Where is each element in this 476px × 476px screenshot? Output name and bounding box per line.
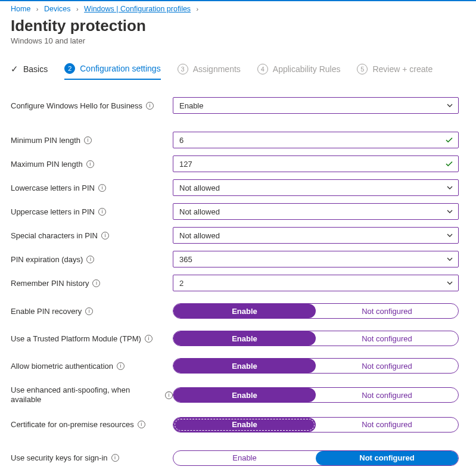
label-configure-whfb: Configure Windows Hello for Business (11, 101, 142, 110)
info-icon[interactable]: i (84, 136, 92, 144)
info-icon[interactable]: i (138, 421, 145, 428)
checkmark-icon (445, 136, 453, 146)
select-history[interactable]: 2 (173, 275, 459, 291)
label-expiration: PIN expiration (days) (11, 255, 83, 264)
info-icon[interactable]: i (92, 279, 100, 287)
checkmark-icon (445, 160, 453, 170)
toggle-security-keys[interactable]: Enable Not configured (173, 450, 459, 466)
toggle-option-not-configured[interactable]: Not configured (316, 451, 458, 465)
tab-configuration-settings[interactable]: 2 Configuration settings (64, 63, 160, 80)
info-icon[interactable]: i (117, 362, 125, 370)
toggle-tpm[interactable]: Enable Not configured (173, 331, 459, 346)
info-icon[interactable]: i (111, 454, 119, 462)
label-min-pin: Minimum PIN length (11, 136, 80, 145)
select-configure-whfb[interactable]: Enable (173, 97, 459, 114)
breadcrumb-devices[interactable]: Devices (44, 5, 70, 13)
settings-form: Configure Windows Hello for Business i E… (11, 94, 465, 469)
breadcrumb: Home › Devices › Windows | Configuration… (11, 0, 465, 13)
input-min-pin[interactable]: 6 (173, 132, 459, 148)
label-security-keys: Use security keys for sign-in (11, 453, 108, 462)
step-number-icon: 4 (257, 64, 268, 74)
info-icon[interactable]: i (86, 160, 94, 168)
toggle-anti-spoofing[interactable]: Enable Not configured (173, 387, 459, 403)
tab-applicability-rules[interactable]: 4 Applicability Rules (257, 64, 341, 79)
toggle-option-enable[interactable]: Enable (173, 331, 316, 346)
label-max-pin: Maximum PIN length (11, 160, 83, 169)
info-icon[interactable]: i (86, 256, 94, 263)
select-value: 2 (179, 279, 183, 288)
step-number-icon: 5 (357, 64, 368, 74)
label-anti-spoofing: Use enhanced anti-spoofing, when availab… (11, 385, 161, 405)
toggle-pin-recovery[interactable]: Enable Not configured (173, 303, 459, 319)
tab-label: Configuration settings (80, 64, 160, 73)
label-cert: Certificate for on-premise resources (11, 420, 134, 429)
select-value: Not allowed (179, 231, 220, 240)
info-icon[interactable]: i (145, 335, 153, 343)
step-number-icon: 3 (178, 64, 188, 74)
toggle-option-not-configured[interactable]: Not configured (316, 304, 458, 318)
chevron-right-icon: › (197, 5, 199, 13)
chevron-down-icon (446, 208, 453, 215)
info-icon[interactable]: i (165, 391, 173, 399)
toggle-option-enable[interactable]: Enable (173, 304, 316, 318)
chevron-right-icon: › (36, 5, 39, 13)
toggle-option-enable[interactable]: Enable (173, 418, 316, 432)
input-max-pin[interactable]: 127 (173, 155, 459, 172)
toggle-option-not-configured[interactable]: Not configured (316, 388, 458, 402)
label-special: Special characters in PIN (11, 231, 98, 240)
page-subtitle: Windows 10 and later (11, 36, 465, 45)
tab-basics[interactable]: ✓ Basics (11, 64, 48, 79)
info-icon[interactable]: i (98, 184, 106, 192)
toggle-option-not-configured[interactable]: Not configured (316, 418, 458, 432)
toggle-biometric[interactable]: Enable Not configured (173, 358, 459, 374)
breadcrumb-configprofiles[interactable]: Windows | Configuration profiles (84, 5, 191, 13)
check-icon: ✓ (11, 64, 18, 74)
toggle-option-enable[interactable]: Enable (173, 388, 316, 402)
select-value: Not allowed (179, 183, 220, 192)
select-special[interactable]: Not allowed (173, 227, 459, 244)
label-uppercase: Uppercase letters in PIN (11, 207, 95, 216)
tab-label: Basics (23, 64, 48, 74)
tab-label: Review + create (372, 64, 433, 74)
wizard-tabs: ✓ Basics 2 Configuration settings 3 Assi… (11, 63, 465, 80)
select-value: 365 (179, 255, 192, 264)
input-value: 6 (179, 136, 183, 145)
label-tpm: Use a Trusted Platform Module (TPM) (11, 334, 141, 343)
tab-label: Applicability Rules (273, 64, 341, 74)
select-expiration[interactable]: 365 (173, 251, 459, 267)
page-title: Identity protection (11, 17, 465, 35)
label-biometric: Allow biometric authentication (11, 362, 113, 371)
breadcrumb-home[interactable]: Home (11, 5, 30, 13)
label-recovery: Enable PIN recovery (11, 307, 82, 316)
select-uppercase[interactable]: Not allowed (173, 203, 459, 220)
info-icon[interactable]: i (98, 208, 106, 216)
info-icon[interactable]: i (146, 102, 154, 110)
select-value: Enable (179, 101, 203, 110)
info-icon[interactable]: i (101, 232, 109, 239)
tab-assignments[interactable]: 3 Assignments (178, 64, 241, 79)
chevron-down-icon (446, 279, 453, 287)
chevron-down-icon (446, 102, 453, 109)
label-history: Remember PIN history (11, 279, 89, 288)
info-icon[interactable]: i (85, 307, 93, 315)
toggle-option-not-configured[interactable]: Not configured (316, 359, 458, 373)
select-lowercase[interactable]: Not allowed (173, 179, 459, 196)
chevron-down-icon (446, 232, 453, 239)
toggle-option-not-configured[interactable]: Not configured (316, 331, 458, 346)
toggle-option-enable[interactable]: Enable (173, 359, 316, 373)
chevron-right-icon: › (76, 5, 79, 13)
chevron-down-icon (446, 184, 453, 191)
chevron-down-icon (446, 256, 453, 263)
toggle-certificate[interactable]: Enable Not configured (173, 417, 459, 433)
tab-review-create[interactable]: 5 Review + create (357, 64, 433, 79)
label-lowercase: Lowercase letters in PIN (11, 183, 95, 192)
toggle-option-enable[interactable]: Enable (173, 451, 316, 465)
select-value: Not allowed (179, 207, 220, 216)
input-value: 127 (179, 160, 192, 169)
tab-label: Assignments (193, 64, 241, 74)
step-number-icon: 2 (64, 63, 75, 74)
